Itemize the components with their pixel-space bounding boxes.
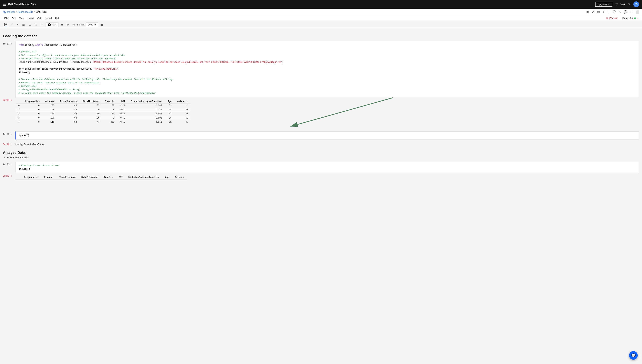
- table-row: 301806639045.01.893251: [16, 116, 190, 120]
- breadcrumb: My projects / Health-records / WML_DB2: [3, 10, 47, 13]
- upgrade-arrow-icon: ▲: [608, 3, 610, 6]
- cell-row0-skin: 35: [80, 104, 102, 108]
- format-chevron-icon: ▼: [94, 23, 96, 26]
- col-header-bloodpressure: BloodPressure: [57, 100, 80, 104]
- section1-heading: Loading the dataset: [3, 34, 639, 38]
- run-button[interactable]: Run: [46, 22, 59, 27]
- cell-6-label: In [6]:: [3, 132, 16, 140]
- menu-bar: File Edit View Insert Cell Kernel Help N…: [0, 16, 642, 21]
- out-3-container: Out[3]: Pregnancies Glucose BloodPressur…: [3, 173, 639, 182]
- environment-icon[interactable]: ▤: [597, 10, 600, 14]
- cell-row0-dpf: 2.288: [128, 104, 165, 108]
- table-row: 10146820040.51.781440: [16, 108, 190, 112]
- run-label: Run: [52, 23, 56, 26]
- cell-row0-preg: 0: [23, 104, 42, 108]
- kernel-status-dot: [634, 18, 636, 19]
- t2-col-idx: [16, 175, 21, 180]
- breadcrumb-actions: ▦ ⤢ ▤ ↓ ⋮ ⓘ ✎ 💬 ☷ ⬜: [586, 10, 639, 14]
- restart-run-button[interactable]: ⇉: [71, 22, 76, 27]
- add-cell-button[interactable]: +: [10, 22, 14, 27]
- more-icon[interactable]: ⋮: [607, 10, 610, 14]
- t2-col-bp: BloodPressure: [56, 175, 79, 180]
- cell-row0-idx: 0: [16, 104, 23, 108]
- menu-insert[interactable]: Insert: [26, 16, 35, 20]
- col-header-pregnancies: Pregnancies: [23, 100, 42, 104]
- upgrade-button[interactable]: Upgrade ▲: [595, 2, 612, 7]
- paste-cell-button[interactable]: ▤: [28, 22, 32, 27]
- col-header-skinthickness: SkinThickness: [80, 100, 102, 104]
- table-row: 0 0 137 40 35 168 43.1 2.288 33 1: [16, 104, 190, 108]
- bullet-descriptive-stats: Descriptive Statistics: [7, 156, 639, 159]
- analyze-list: Descriptive Statistics: [3, 156, 639, 159]
- app-title: IBM Cloud Pak for Data: [8, 3, 36, 6]
- col-header-dpf: DiabetesPedigreeFunction: [128, 100, 165, 104]
- cell-6-code[interactable]: type(df): [16, 132, 639, 140]
- info-icon[interactable]: ⓘ: [613, 10, 616, 14]
- breadcrumb-health-records[interactable]: Health-records: [18, 10, 33, 13]
- not-trusted-label: Not Trusted: [606, 17, 617, 20]
- col-header-bmi: BMI: [117, 100, 128, 104]
- col-header-glucose: Glucose: [42, 100, 57, 104]
- cut-cell-button[interactable]: ✂: [15, 22, 20, 27]
- menu-file[interactable]: File: [3, 16, 10, 20]
- run-triangle-icon: [49, 24, 50, 26]
- move-up-button[interactable]: ⇧: [34, 22, 38, 27]
- cell-row0-ins: 168: [102, 104, 117, 108]
- menu-view[interactable]: View: [18, 16, 26, 20]
- cell-1-code[interactable]: from ibmdbpy import IdaDataBase, IdaData…: [16, 41, 639, 97]
- save-button[interactable]: 💾: [3, 22, 9, 27]
- format-dropdown[interactable]: Code ▼: [86, 22, 98, 27]
- move-down-button[interactable]: ⇩: [40, 22, 44, 27]
- top-navigation: IBM Cloud Pak for Data Upgrade ▲ ♡ IBM ▼…: [0, 0, 642, 8]
- ibm-label[interactable]: IBM: [621, 3, 625, 6]
- t2-col-skin: SkinThickness: [78, 175, 101, 180]
- cell-1-container: In [1]: from ibmdbpy import IdaDataBase,…: [3, 41, 639, 97]
- copy-cell-button[interactable]: ▦: [21, 22, 26, 27]
- keyboard-shortcut-button[interactable]: ▮▮: [99, 22, 105, 27]
- expand-icon[interactable]: ⬜: [635, 10, 639, 14]
- out-3-data-table: Pregnancies Glucose BloodPressure SkinTh…: [16, 175, 187, 180]
- cell-1-label: In [1]:: [3, 41, 16, 97]
- interrupt-button[interactable]: ■: [60, 22, 64, 27]
- cell-3-content[interactable]: # View top 5 rows of our dataset df.head…: [16, 162, 639, 173]
- out-1-container: Out[1]: Pregnancies Glucose BloodPressur…: [3, 97, 639, 126]
- table-row: 20100886011046.80.962310: [16, 112, 190, 116]
- account-chevron-icon[interactable]: ▼: [628, 3, 630, 6]
- share-icon[interactable]: ⤢: [592, 10, 594, 14]
- col-header-age: Age: [165, 100, 174, 104]
- out-6-label: Out[6]:: [3, 142, 16, 146]
- cell-3-container: In [3]: # View top 5 rows of our dataset…: [3, 162, 639, 173]
- run-circle: [48, 23, 51, 26]
- cell-6-container: In [6]: type(df): [3, 132, 639, 140]
- cell-1-content[interactable]: from ibmdbpy import IdaDataBase, IdaData…: [16, 41, 639, 97]
- chat-icon: 💬: [631, 353, 636, 358]
- table-header-row: Pregnancies Glucose BloodPressure SkinTh…: [16, 100, 190, 104]
- table-row: 40118844723045.80.551311: [16, 120, 190, 124]
- notification-icon[interactable]: ♡: [615, 3, 618, 6]
- expand-icon-menu[interactable]: ⤢: [637, 17, 639, 20]
- cell-3-code[interactable]: # View top 5 rows of our dataset df.head…: [16, 162, 639, 173]
- restart-button[interactable]: ↻: [65, 22, 70, 27]
- hamburger-menu[interactable]: [3, 3, 6, 6]
- avatar[interactable]: JD: [633, 2, 639, 7]
- grid-icon[interactable]: ☷: [630, 10, 633, 14]
- out-6-text: ibmdbpy.frame.IdaDataFrame: [16, 142, 44, 146]
- chat-fab-button[interactable]: 💬: [629, 351, 638, 360]
- history-icon[interactable]: ✎: [618, 10, 621, 14]
- menu-cell[interactable]: Cell: [36, 16, 43, 20]
- comment-icon[interactable]: 💬: [624, 10, 627, 14]
- t2-col-dpf: DiabetesPedigreeFunction: [125, 175, 162, 180]
- download-icon[interactable]: ↓: [603, 10, 604, 14]
- menu-kernel[interactable]: Kernel: [44, 16, 53, 20]
- menu-edit[interactable]: Edit: [10, 16, 17, 20]
- nav-right: Upgrade ▲ ♡ IBM ▼ JD: [595, 2, 639, 7]
- breadcrumb-my-projects[interactable]: My projects: [3, 10, 15, 13]
- menu-help[interactable]: Help: [54, 16, 62, 20]
- filter-icon[interactable]: ▦: [586, 10, 589, 14]
- cell-row0-out: 1: [174, 104, 191, 108]
- trust-info: Not Trusted | Python 3.6 ⤢: [606, 17, 639, 20]
- t2-col-preg: Pregnancies: [21, 175, 41, 180]
- cell-row0-bmi: 43.1: [117, 104, 128, 108]
- cell-row0-age: 33: [165, 104, 174, 108]
- cell-6-content[interactable]: type(df): [16, 132, 639, 140]
